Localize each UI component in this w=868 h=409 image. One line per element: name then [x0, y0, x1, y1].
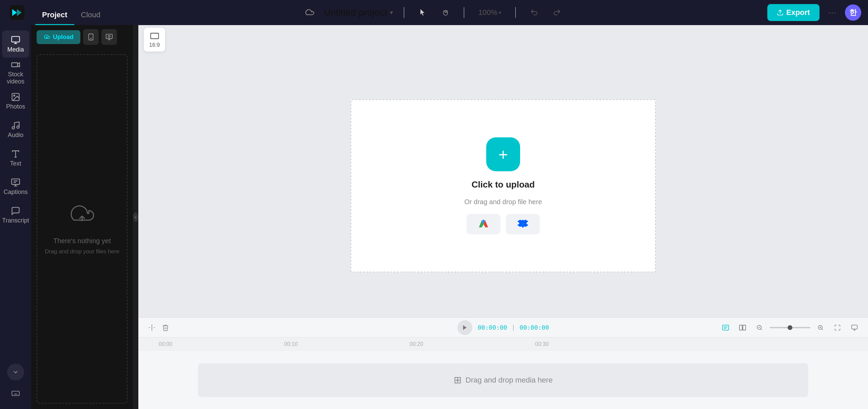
mobile-record-button[interactable]: [83, 29, 99, 45]
auto-captions-button[interactable]: [719, 321, 732, 334]
svg-rect-14: [151, 33, 158, 39]
media-empty-text: There's nothing yet Drag and drop your f…: [45, 236, 119, 256]
pointer-tool-button[interactable]: [415, 5, 430, 20]
zoom-level: 100%: [478, 8, 497, 17]
icon-sidebar: Media Stock videos Photos: [0, 25, 31, 409]
sidebar-media-label: Media: [7, 46, 24, 53]
canvas-upload-title: Click to upload: [472, 179, 535, 190]
hand-tool-button[interactable]: [438, 5, 453, 20]
canvas-area: 16:9 + Click to upload Or drag and drop …: [138, 25, 868, 317]
sidebar-item-stock-videos[interactable]: Stock videos: [2, 59, 29, 86]
zoom-slider-thumb[interactable]: [788, 325, 792, 330]
cloud-tab[interactable]: Cloud: [74, 11, 107, 25]
timeline-drop-label: Drag and drop media here: [466, 376, 553, 385]
svg-rect-25: [739, 325, 742, 330]
svg-rect-3: [12, 63, 18, 67]
topbar: Project Cloud Untitled project ▾: [0, 0, 868, 25]
zoom-slider[interactable]: [770, 327, 810, 328]
logo: [7, 2, 27, 23]
timeline-area: 00:00:00 | 00:00:00: [138, 317, 868, 409]
title-chevron-icon: ▾: [390, 9, 393, 16]
canvas-timeline-area: 16:9 + Click to upload Or drag and drop …: [138, 25, 868, 409]
svg-rect-9: [12, 391, 19, 396]
nav-tabs: Project Cloud: [35, 0, 107, 25]
sidebar-audio-label: Audio: [8, 132, 23, 139]
more-options-button[interactable]: ···: [825, 5, 840, 20]
cloud-save-icon[interactable]: [303, 6, 316, 19]
timeline-delete-button[interactable]: [159, 321, 172, 334]
canvas-drop-zone[interactable]: + Click to upload Or drag and drop file …: [351, 99, 656, 272]
zoom-in-button[interactable]: [814, 321, 827, 334]
svg-line-29: [761, 329, 762, 330]
aspect-ratio-label: 16:9: [149, 42, 160, 48]
svg-point-7: [17, 126, 19, 128]
collapse-arrow-icon: ‹: [133, 212, 138, 222]
timeline-split-button[interactable]: [145, 321, 159, 334]
sidebar-collapse-button[interactable]: [7, 364, 24, 381]
sidebar-transcript-label: Transcript: [2, 217, 29, 224]
screen-record-button[interactable]: [101, 29, 117, 45]
canvas-container: + Click to upload Or drag and drop file …: [138, 54, 868, 317]
google-drive-button[interactable]: [467, 214, 500, 234]
aspect-ratio-button[interactable]: 16:9: [144, 28, 165, 52]
split-view-button[interactable]: [736, 321, 749, 334]
sidebar-item-transcript[interactable]: Transcript: [2, 201, 29, 229]
svg-rect-26: [743, 325, 746, 330]
avatar[interactable]: 한: [845, 4, 861, 21]
timeline-drop-zone[interactable]: ⊞ Drag and drop media here: [198, 363, 808, 397]
upload-button[interactable]: Upload: [37, 30, 80, 44]
sidebar-bottom: [2, 361, 29, 404]
svg-rect-10: [89, 34, 93, 40]
cloud-source-buttons: [467, 214, 540, 234]
timeline-right-controls: [719, 321, 861, 334]
ruler-mark-2: 00:20: [410, 341, 423, 347]
upload-label: Upload: [53, 34, 74, 41]
sidebar-photos-label: Photos: [6, 103, 25, 110]
export-button[interactable]: Export: [767, 4, 820, 21]
zoom-control[interactable]: 100% ▾: [475, 6, 505, 19]
sidebar-item-captions[interactable]: Captions: [2, 173, 29, 200]
svg-point-6: [12, 126, 15, 129]
svg-point-11: [91, 38, 91, 39]
media-toolbar: Upload: [31, 25, 133, 49]
timeline-toolbar: 00:00:00 | 00:00:00: [138, 318, 868, 337]
sidebar-item-media[interactable]: Media: [2, 31, 29, 58]
export-label: Export: [786, 8, 810, 17]
ruler-mark-0: 00:00: [159, 341, 172, 347]
zoom-out-button[interactable]: [753, 321, 766, 334]
svg-marker-23: [463, 325, 467, 330]
total-time: 00:00:00: [519, 324, 549, 331]
plus-icon: +: [498, 145, 508, 164]
canvas-upload-subtitle: Or drag and drop file here: [464, 198, 542, 206]
project-title-area[interactable]: Untitled project ▾: [324, 7, 393, 18]
sidebar-item-text[interactable]: Text: [2, 144, 29, 172]
sidebar-item-audio[interactable]: Audio: [2, 116, 29, 143]
redo-button[interactable]: [550, 5, 565, 20]
undo-button[interactable]: [527, 5, 541, 20]
project-tab[interactable]: Project: [35, 11, 74, 25]
toolbar-separator-1: [404, 7, 404, 18]
svg-point-5: [14, 95, 15, 96]
dropbox-button[interactable]: [506, 214, 540, 234]
fit-view-button[interactable]: [831, 321, 844, 334]
toolbar-separator-3: [515, 7, 516, 18]
svg-rect-2: [12, 36, 19, 42]
aspect-bar: 16:9: [138, 25, 868, 54]
svg-point-13: [108, 35, 110, 37]
fullscreen-button[interactable]: [848, 321, 861, 334]
sidebar-captions-label: Captions: [3, 189, 27, 196]
toolbar-separator-2: [464, 7, 464, 18]
project-title: Untitled project: [324, 7, 387, 18]
panel-collapse-handle[interactable]: ‹: [133, 25, 138, 409]
canvas-upload-button[interactable]: +: [486, 137, 520, 171]
timeline-ruler: 00:00 00:10 00:20 00:30: [138, 337, 868, 351]
film-icon: ⊞: [454, 374, 461, 386]
time-separator: |: [513, 324, 514, 331]
sidebar-stock-label: Stock videos: [2, 71, 29, 85]
topbar-right: Export ··· 한: [767, 4, 861, 21]
sidebar-text-label: Text: [10, 160, 21, 167]
ruler-mark-1: 00:10: [284, 341, 298, 347]
sidebar-item-photos[interactable]: Photos: [2, 87, 29, 115]
play-button[interactable]: [457, 320, 472, 335]
keyboard-shortcut-button[interactable]: [2, 383, 29, 404]
